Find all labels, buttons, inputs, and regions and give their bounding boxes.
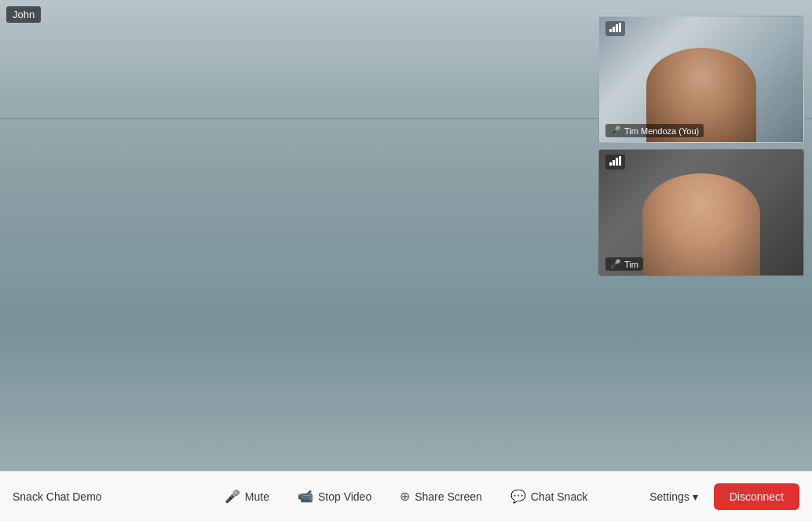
thumbnail-tim-mendoza[interactable]: 🎤 Tim Mendoza (You) <box>598 16 804 143</box>
mute-label: Mute <box>245 490 269 503</box>
toolbar-center-controls: 🎤 Mute 📹 Stop Video ⊕ Share Screen 💬 Cha… <box>212 483 600 510</box>
share-screen-label: Share Screen <box>415 490 482 503</box>
stop-video-label: Stop Video <box>318 490 371 503</box>
settings-button[interactable]: Settings ▾ <box>640 484 708 509</box>
main-participant-name: John <box>13 9 35 20</box>
thumbnail-name-2: 🎤 Tim <box>605 257 643 271</box>
mute-icon: 🎤 <box>225 489 240 504</box>
disconnect-label: Disconnect <box>730 490 784 503</box>
signal-indicator-2 <box>605 155 625 169</box>
main-video-area: John 🎤 Tim Mendoza (You) 🎤 <box>0 0 812 471</box>
disconnect-button[interactable]: Disconnect <box>714 483 799 510</box>
mic-icon-1: 🎤 <box>610 126 621 136</box>
chat-icon: 💬 <box>510 489 526 504</box>
stop-video-button[interactable]: 📹 Stop Video <box>285 483 384 510</box>
share-screen-icon: ⊕ <box>400 489 410 504</box>
chevron-down-icon: ▾ <box>693 490 698 503</box>
video-icon: 📹 <box>298 489 313 504</box>
participant-label-1: Tim Mendoza (You) <box>624 126 699 136</box>
thumbnail-tim[interactable]: 🎤 Tim <box>598 149 804 276</box>
signal-bars-2 <box>609 156 621 166</box>
chat-snack-label: Chat Snack <box>531 490 587 503</box>
share-screen-button[interactable]: ⊕ Share Screen <box>387 483 495 510</box>
settings-label: Settings <box>649 490 689 503</box>
thumbnail-name-1: 🎤 Tim Mendoza (You) <box>605 124 704 137</box>
signal-indicator-1 <box>605 21 625 36</box>
mic-icon-2: 🎤 <box>610 259 621 269</box>
toolbar: Snack Chat Demo 🎤 Mute 📹 Stop Video ⊕ Sh… <box>0 471 812 521</box>
chat-snack-button[interactable]: 💬 Chat Snack <box>498 483 600 510</box>
meeting-name: Snack Chat Demo <box>13 490 130 503</box>
toolbar-right-controls: Settings ▾ Disconnect <box>640 483 799 510</box>
signal-bars-1 <box>609 23 621 32</box>
thumbnail-container: 🎤 Tim Mendoza (You) 🎤 Tim <box>598 16 804 276</box>
participant-label-2: Tim <box>624 260 638 269</box>
mute-button[interactable]: 🎤 Mute <box>212 483 282 510</box>
main-participant-badge: John <box>6 6 41 23</box>
